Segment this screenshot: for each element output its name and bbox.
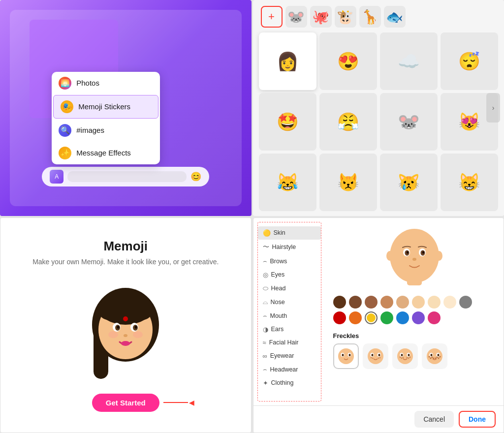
editor-content: Freckles: [325, 218, 504, 406]
svg-point-11: [124, 334, 127, 337]
color-swatch-4[interactable]: [380, 296, 393, 309]
color-swatch-1[interactable]: [333, 296, 346, 309]
app-icon[interactable]: A: [50, 170, 63, 184]
color-swatch-green[interactable]: [380, 311, 393, 324]
emoji-grid: 👩 😍 ☁️ 😴 🤩 😤 🐭 😻 😹 😾 😿 😸: [259, 32, 499, 211]
color-swatch-8[interactable]: [443, 296, 456, 309]
sidebar-item-headwear[interactable]: ⌢ Headwear: [258, 363, 321, 376]
color-swatch-6[interactable]: [412, 296, 425, 309]
effects-icon: ✨: [59, 147, 71, 159]
sidebar-item-mouth[interactable]: ⌢ Mouth: [258, 309, 321, 323]
freckle-option-4[interactable]: [422, 343, 447, 369]
sidebar-item-clothing[interactable]: ✦ Clothing: [258, 376, 321, 390]
freckle-option-2[interactable]: [363, 343, 388, 369]
svg-point-22: [407, 251, 409, 253]
svg-point-25: [386, 251, 393, 261]
sidebar-item-facial-hair[interactable]: ≈ Facial Hair: [258, 336, 321, 349]
svg-point-15: [133, 331, 143, 338]
svg-point-30: [342, 354, 344, 356]
grid-cell-cloud[interactable]: ☁️: [380, 32, 438, 90]
quadrant-bottom-right: 🟡 Skin 〜 Hairstyle ⌢ Brows ◎ Eyes ⬭ Head…: [253, 217, 504, 433]
color-swatch-purple[interactable]: [412, 311, 425, 324]
memoji-icon: 🎭: [61, 100, 73, 113]
freckle-option-1[interactable]: [333, 343, 359, 369]
scroll-right-arrow[interactable]: ›: [486, 93, 500, 123]
dropdown-item-photos[interactable]: 🌅 Photos: [52, 72, 160, 94]
cancel-button[interactable]: Cancel: [414, 411, 454, 428]
color-swatch-2[interactable]: [349, 296, 362, 309]
color-swatch-3[interactable]: [365, 296, 378, 309]
svg-point-14: [108, 331, 118, 338]
svg-point-31: [348, 354, 350, 356]
grid-cell-hearts[interactable]: 😍: [319, 32, 377, 90]
sidebar-item-eyes[interactable]: ◎ Eyes: [258, 268, 321, 281]
done-button[interactable]: Done: [459, 411, 496, 428]
color-swatch-yellow[interactable]: [365, 311, 378, 324]
color-swatch-red[interactable]: [333, 311, 346, 324]
svg-point-12: [123, 316, 128, 321]
emoji-header: + 🐭 🐙 🐮 🦒 🐟: [259, 6, 499, 28]
sidebar-item-eyewear[interactable]: ∞ Eyewear: [258, 349, 321, 363]
color-swatch-9[interactable]: [459, 296, 472, 309]
dropdown-item-memoji[interactable]: 🎭 Memoji Stickers: [53, 95, 158, 119]
svg-point-36: [378, 354, 380, 356]
emoji-thumb-fish[interactable]: 🐟: [384, 6, 406, 28]
memoji-subtitle: Make your own Memoji. Make it look like …: [32, 258, 219, 266]
dropdown-item-images[interactable]: 🔍 #images: [52, 119, 160, 142]
svg-point-45: [408, 354, 410, 356]
sidebar-item-ears[interactable]: ◑ Ears: [258, 323, 321, 336]
emoji-thumb-cow[interactable]: 🐮: [335, 6, 356, 28]
grid-cell-steam[interactable]: 😤: [319, 93, 377, 151]
mouth-icon: ⌢: [263, 312, 267, 320]
color-swatch-blue[interactable]: [396, 311, 409, 324]
color-swatch-pink[interactable]: [428, 311, 441, 324]
color-swatch-5[interactable]: [396, 296, 409, 309]
get-started-wrapper: Get Started ◀: [92, 394, 159, 412]
emoji-thumb-mouse[interactable]: 🐭: [285, 6, 307, 28]
images-icon: 🔍: [59, 124, 71, 137]
freckle-face-2-svg: [367, 347, 384, 365]
add-memoji-button[interactable]: +: [261, 6, 283, 28]
grid-cell-mouse3[interactable]: 😹: [259, 154, 316, 211]
svg-point-58: [430, 357, 431, 359]
grid-cell-starstruck[interactable]: 🤩: [259, 93, 316, 151]
grid-cell-mouse1[interactable]: 🐭: [380, 93, 438, 151]
emoji-thumb-giraffe[interactable]: 🦒: [359, 6, 381, 28]
sidebar-item-skin[interactable]: 🟡 Skin: [258, 226, 321, 240]
sidebar-item-hairstyle[interactable]: 〜 Hairstyle: [258, 240, 321, 254]
get-started-button[interactable]: Get Started: [92, 394, 159, 412]
editor-memoji-preview: [333, 224, 496, 288]
color-swatch-7[interactable]: [428, 296, 441, 309]
svg-point-47: [401, 357, 402, 359]
grid-cell-sleeping[interactable]: 😴: [441, 32, 498, 90]
mouth-label: Mouth: [270, 312, 287, 319]
grid-cell-mouse5[interactable]: 😿: [380, 154, 438, 211]
freckle-option-3[interactable]: [392, 343, 418, 369]
arrow-line: [163, 402, 188, 403]
sidebar-item-brows[interactable]: ⌢ Brows: [258, 254, 321, 268]
sidebar-item-nose[interactable]: ⌓ Nose: [258, 295, 321, 309]
editor-footer: Cancel Done: [253, 405, 504, 433]
svg-point-49: [406, 357, 408, 358]
emoji-thumb-octopus[interactable]: 🐙: [310, 6, 332, 28]
grid-cell-mouse6[interactable]: 😸: [441, 154, 498, 211]
svg-point-59: [431, 356, 433, 358]
grid-cell-mouse4[interactable]: 😾: [319, 154, 377, 211]
svg-point-32: [368, 348, 383, 364]
quadrant-top-left: 🌅 Photos 🎭 Memoji Stickers 🔍 #images ✨ M…: [0, 0, 252, 216]
emoji-button[interactable]: 😊: [190, 171, 201, 182]
eyes-label: Eyes: [271, 271, 285, 278]
headwear-icon: ⌢: [263, 366, 267, 373]
plus-icon: +: [268, 10, 275, 23]
quadrant-top-right: + 🐭 🐙 🐮 🦒 🐟 👩 😍 ☁️ 😴 🤩 😤 🐭 😻 😹 😾 😿 😸 ›: [253, 0, 504, 216]
dropdown-item-effects[interactable]: ✨ Message Effects: [52, 142, 160, 164]
svg-point-24: [412, 258, 416, 261]
grid-cell-memoji-woman[interactable]: 👩: [259, 32, 316, 90]
skin-icon: 🟡: [263, 229, 271, 237]
message-input-field[interactable]: [67, 171, 187, 182]
svg-point-48: [402, 357, 404, 358]
color-swatch-orange[interactable]: [349, 311, 362, 324]
facial-hair-label: Facial Hair: [269, 339, 299, 346]
sidebar-item-head[interactable]: ⬭ Head: [258, 281, 321, 295]
svg-point-27: [338, 348, 354, 364]
